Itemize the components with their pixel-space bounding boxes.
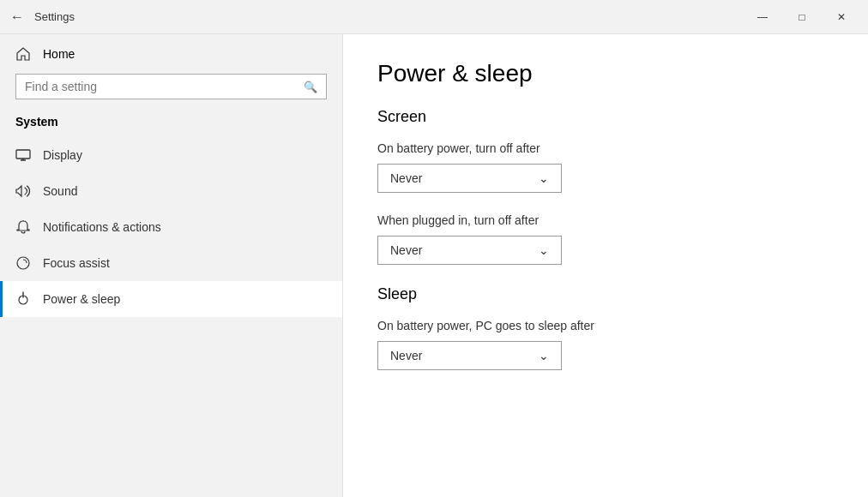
close-button[interactable]: ✕ [822, 0, 861, 34]
main-layout: Home 🔍 System Display [0, 34, 868, 497]
title-bar-controls: — □ ✕ [743, 0, 861, 34]
home-icon [15, 46, 31, 62]
battery-sleep-value: Never [390, 349, 422, 362]
svg-rect-0 [16, 150, 30, 159]
sidebar-item-power[interactable]: Power & sleep [0, 281, 342, 317]
battery-screen-dropdown[interactable]: Never ⌄ [377, 164, 562, 193]
search-icon: 🔍 [304, 81, 317, 93]
title-bar: ← Settings — □ ✕ [0, 0, 868, 34]
battery-screen-chevron: ⌄ [539, 171, 549, 185]
sidebar-item-display-label: Display [43, 148, 82, 162]
power-icon [15, 291, 31, 307]
plugged-screen-dropdown[interactable]: Never ⌄ [377, 236, 562, 265]
sidebar-item-focus-label: Focus assist [43, 256, 110, 270]
page-title: Power & sleep [377, 60, 834, 87]
plugged-screen-label: When plugged in, turn off after [377, 213, 834, 227]
focus-icon [15, 255, 31, 271]
battery-sleep-label: On battery power, PC goes to sleep after [377, 319, 834, 332]
sidebar-item-power-label: Power & sleep [43, 292, 120, 306]
svg-point-1 [17, 257, 29, 269]
home-label: Home [43, 47, 75, 61]
minimize-button[interactable]: — [743, 0, 782, 34]
battery-sleep-dropdown[interactable]: Never ⌄ [377, 341, 562, 370]
plugged-screen-chevron: ⌄ [539, 243, 549, 257]
sidebar-item-sound[interactable]: Sound [0, 173, 342, 209]
sidebar: Home 🔍 System Display [0, 34, 343, 497]
sidebar-home-button[interactable]: Home [0, 34, 342, 74]
notifications-icon [15, 219, 31, 235]
screen-section-title: Screen [377, 108, 834, 126]
maximize-button[interactable]: □ [782, 0, 822, 34]
title-bar-left: ← Settings [10, 9, 75, 25]
search-input[interactable] [25, 80, 297, 93]
back-button[interactable]: ← [10, 9, 24, 25]
battery-screen-label: On battery power, turn off after [377, 141, 834, 155]
battery-screen-value: Never [390, 171, 422, 185]
battery-sleep-chevron: ⌄ [539, 349, 549, 362]
sleep-section-title: Sleep [377, 285, 834, 303]
sidebar-item-display[interactable]: Display [0, 137, 342, 173]
display-icon [15, 147, 31, 163]
search-box[interactable]: 🔍 [15, 74, 327, 99]
sidebar-item-sound-label: Sound [43, 184, 77, 198]
content-area: Power & sleep Screen On battery power, t… [343, 34, 868, 497]
sidebar-item-focus[interactable]: Focus assist [0, 245, 342, 281]
sound-icon [15, 183, 31, 199]
title-bar-title: Settings [34, 10, 75, 23]
sidebar-section-title: System [0, 110, 342, 137]
sidebar-item-notifications-label: Notifications & actions [43, 220, 161, 234]
sidebar-item-notifications[interactable]: Notifications & actions [0, 209, 342, 245]
plugged-screen-value: Never [390, 243, 422, 257]
